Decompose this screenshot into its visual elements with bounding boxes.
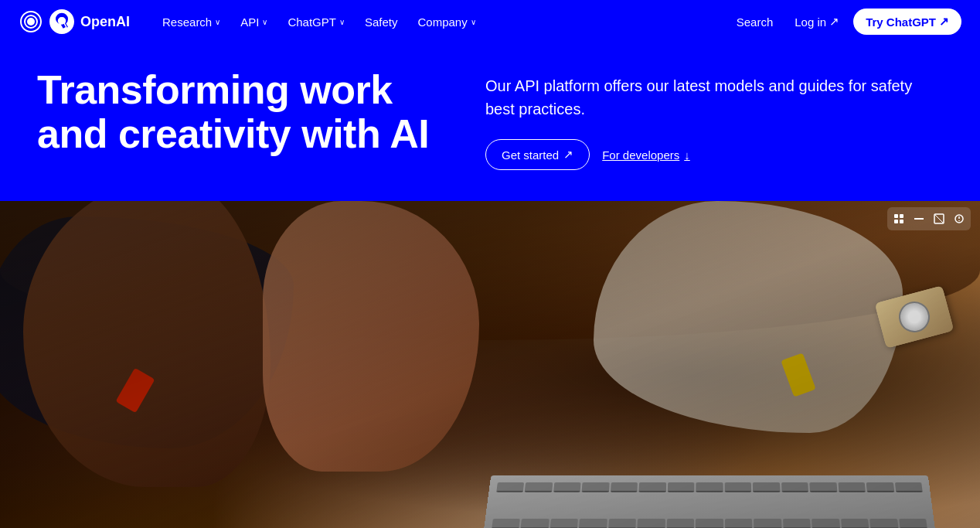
key (783, 519, 811, 528)
svg-rect-2 (894, 220, 898, 223)
key (812, 519, 839, 528)
chatgpt-chevron-icon: ∨ (339, 18, 345, 26)
hero-buttons: Get started ↗ For developers ↓ (485, 139, 943, 170)
openai-icon (49, 9, 74, 34)
key (668, 482, 695, 492)
key (521, 519, 550, 528)
hero-description: Our API platform offers our latest model… (485, 74, 918, 121)
key (492, 519, 520, 528)
key (696, 519, 723, 528)
svg-rect-4 (914, 218, 924, 220)
key (611, 482, 638, 492)
api-chevron-icon: ∨ (262, 18, 267, 26)
key (838, 482, 866, 492)
image-toolbar (887, 207, 971, 230)
nav-safety[interactable]: Safety (357, 11, 406, 33)
laptop-keyboard (479, 475, 939, 528)
svg-rect-1 (900, 214, 903, 218)
company-chevron-icon: ∨ (471, 18, 476, 26)
hero-image (0, 201, 980, 528)
key (638, 519, 665, 528)
try-arrow-icon: ↗ (939, 15, 949, 29)
login-button[interactable]: Log in ↗ (787, 10, 847, 33)
nav-api[interactable]: API ∨ (233, 11, 275, 33)
hand-left (23, 201, 271, 487)
key (639, 482, 666, 492)
laptop (470, 348, 918, 528)
svg-rect-0 (894, 214, 898, 218)
login-arrow-icon: ↗ (829, 15, 839, 29)
nav-links: Research ∨ API ∨ ChatGPT ∨ Safety Compan… (155, 11, 729, 33)
key (608, 519, 636, 528)
key (899, 519, 927, 528)
key (550, 519, 579, 528)
nav-research[interactable]: Research ∨ (155, 11, 228, 33)
key (869, 519, 898, 528)
hero-left: Transforming work and creativity with AI (37, 68, 439, 156)
key (725, 519, 753, 528)
nav-right: Search Log in ↗ Try ChatGPT ↗ (729, 9, 961, 35)
key (525, 482, 553, 492)
photo-background (0, 201, 980, 528)
key (809, 482, 837, 492)
search-button[interactable]: Search (729, 11, 781, 33)
key (724, 482, 751, 492)
key (841, 519, 869, 528)
key (781, 482, 808, 492)
brand-name: OpenAI (80, 14, 130, 30)
try-chatgpt-button[interactable]: Try ChatGPT ↗ (853, 9, 961, 35)
key (753, 482, 780, 492)
nav-company[interactable]: Company ∨ (410, 11, 483, 33)
openai-logo-icon (19, 9, 43, 34)
hero-section: Transforming work and creativity with AI… (0, 43, 980, 201)
svg-rect-3 (900, 220, 903, 223)
key (754, 519, 781, 528)
svg-line-6 (934, 214, 944, 223)
key (696, 482, 723, 492)
get-started-arrow-icon: ↗ (563, 148, 573, 162)
toolbar-btn-2[interactable] (910, 210, 927, 227)
research-chevron-icon: ∨ (215, 18, 220, 26)
brand-logo[interactable]: OpenAI (19, 9, 130, 34)
toolbar-btn-1[interactable] (890, 210, 907, 227)
nav-chatgpt[interactable]: ChatGPT ∨ (280, 11, 352, 33)
navbar: OpenAI Research ∨ API ∨ ChatGPT ∨ Safety… (0, 0, 980, 43)
key (582, 482, 610, 492)
key (496, 482, 524, 492)
for-developers-button[interactable]: For developers ↓ (602, 148, 690, 162)
key (579, 519, 607, 528)
hero-right: Our API platform offers our latest model… (485, 68, 943, 170)
toolbar-btn-3[interactable] (931, 210, 948, 227)
for-devs-arrow-icon: ↓ (684, 148, 690, 162)
toolbar-btn-4[interactable] (951, 210, 968, 227)
key (553, 482, 581, 492)
keyboard-keys (479, 475, 939, 528)
hand-right (263, 201, 479, 472)
key (666, 519, 694, 528)
key (866, 482, 894, 492)
hero-title: Transforming work and creativity with AI (37, 68, 439, 156)
key (894, 482, 922, 492)
get-started-button[interactable]: Get started ↗ (485, 139, 590, 170)
